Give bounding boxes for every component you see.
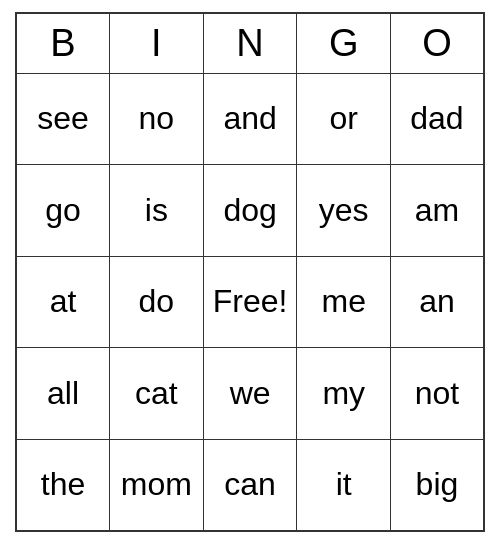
bingo-cell-0-1: no (109, 73, 203, 165)
bingo-card: BINGO seenoandordadgoisdogyesamatdoFree!… (15, 12, 485, 532)
bingo-cell-2-2: Free! (203, 256, 297, 348)
header-col-n: N (203, 13, 297, 73)
header-col-i: I (109, 13, 203, 73)
bingo-cell-3-2: we (203, 348, 297, 440)
bingo-cell-4-3: it (297, 439, 390, 531)
bingo-cell-4-2: can (203, 439, 297, 531)
bingo-cell-4-1: mom (109, 439, 203, 531)
header-row: BINGO (16, 13, 484, 73)
bingo-cell-3-0: all (16, 348, 109, 440)
bingo-row-0: seenoandordad (16, 73, 484, 165)
bingo-cell-2-0: at (16, 256, 109, 348)
bingo-cell-3-4: not (390, 348, 484, 440)
bingo-cell-1-2: dog (203, 165, 297, 257)
bingo-cell-4-0: the (16, 439, 109, 531)
bingo-cell-2-4: an (390, 256, 484, 348)
bingo-cell-0-4: dad (390, 73, 484, 165)
bingo-cell-1-3: yes (297, 165, 390, 257)
bingo-cell-1-0: go (16, 165, 109, 257)
bingo-cell-3-3: my (297, 348, 390, 440)
bingo-row-3: allcatwemynot (16, 348, 484, 440)
bingo-row-4: themomcanitbig (16, 439, 484, 531)
bingo-cell-0-0: see (16, 73, 109, 165)
bingo-cell-4-4: big (390, 439, 484, 531)
header-col-g: G (297, 13, 390, 73)
bingo-cell-2-1: do (109, 256, 203, 348)
bingo-cell-3-1: cat (109, 348, 203, 440)
bingo-row-2: atdoFree!mean (16, 256, 484, 348)
bingo-cell-1-1: is (109, 165, 203, 257)
bingo-cell-0-2: and (203, 73, 297, 165)
header-col-o: O (390, 13, 484, 73)
bingo-row-1: goisdogyesam (16, 165, 484, 257)
header-col-b: B (16, 13, 109, 73)
bingo-cell-2-3: me (297, 256, 390, 348)
bingo-cell-0-3: or (297, 73, 390, 165)
bingo-cell-1-4: am (390, 165, 484, 257)
